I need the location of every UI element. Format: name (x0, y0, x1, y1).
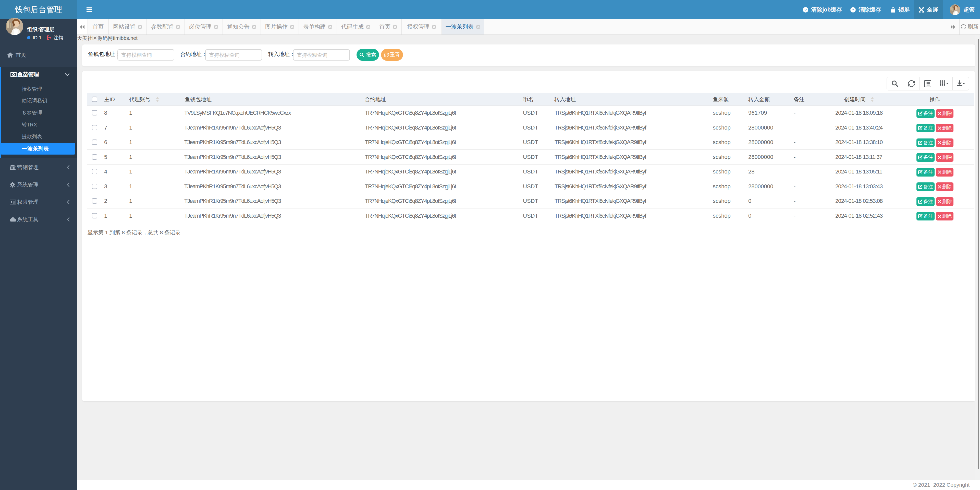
svg-text:?: ? (804, 8, 807, 12)
svg-text:?: ? (852, 8, 854, 12)
